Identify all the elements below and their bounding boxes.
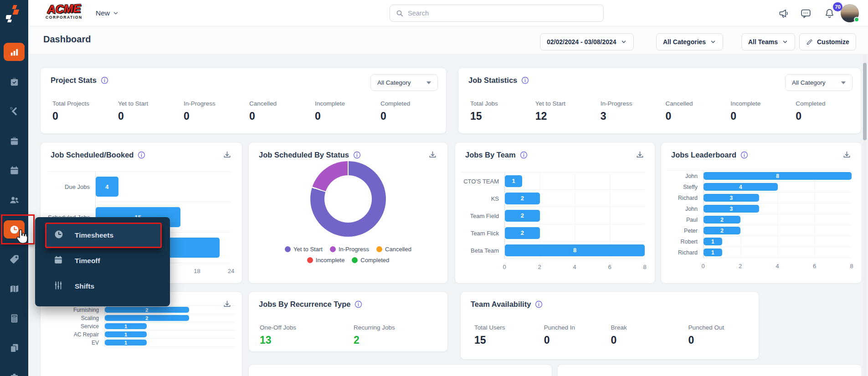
sidebar-item-map[interactable] [4, 279, 25, 298]
axis-tick-label: 0 [701, 263, 704, 269]
partial-icon [9, 372, 20, 376]
card-title: Jobs By Team [465, 151, 516, 159]
sidebar-item-estimates[interactable] [4, 309, 25, 327]
stat-punched-in: Punched In0 [544, 324, 611, 346]
app-logo[interactable] [0, 0, 28, 26]
acme-logo[interactable]: ACME CORPORATION [46, 3, 82, 20]
date-range-value: 02/02/2024 - 03/08/2024 [547, 38, 616, 46]
bar-value: 1 [124, 324, 127, 329]
stat-yet-to-start: Yet to Start12 [535, 100, 601, 122]
flyout-item-timeoff[interactable]: Timeoff [35, 248, 170, 274]
info-icon[interactable] [520, 151, 528, 159]
bar-track: 2 [104, 314, 235, 322]
sidebar-item-dashboard[interactable] [4, 43, 25, 61]
card-title: Team Availability [471, 300, 531, 309]
stat-label: Break [611, 324, 688, 331]
stat-yet-to-start: Yet to Start0 [118, 100, 184, 122]
info-icon[interactable] [354, 300, 362, 308]
stat-value: 0 [688, 334, 759, 346]
download-chart-button[interactable] [841, 150, 853, 162]
axis-tick-label: 0 [503, 264, 506, 270]
bar: 2 [704, 216, 740, 224]
bar-row-richard: Richard3 [667, 193, 852, 203]
bar-track: 1 [703, 247, 852, 258]
project-stats-category-select[interactable]: All Category [370, 74, 438, 91]
legend-item-cancelled[interactable]: Cancelled [376, 246, 411, 253]
briefcase-icon [9, 136, 20, 146]
bar-value: 1 [711, 249, 714, 256]
axis-tick-label: 6 [813, 263, 816, 269]
bar: 1 [105, 340, 147, 346]
legend-item-yet-to-start[interactable]: Yet to Start [285, 246, 323, 253]
bar-category-label: Due Jobs [48, 183, 95, 190]
time-tracking-flyout-menu: TimesheetsTimeoffShifts [35, 217, 170, 306]
x-axis: 02468 [504, 262, 645, 273]
flyout-item-label: Timesheets [75, 231, 113, 239]
legend-item-incomplete[interactable]: Incomplete [307, 257, 345, 264]
sidebar-item-documents[interactable] [4, 339, 25, 357]
sidebar-item-projects[interactable] [4, 72, 25, 91]
bar-row-paul: Paul2 [667, 214, 852, 225]
bar-row-ac-repair: AC Repair1 [46, 330, 235, 339]
sidebar-item-time-tracking[interactable] [4, 220, 25, 239]
info-icon[interactable] [353, 151, 361, 159]
axis-tick-label: 8 [643, 264, 646, 270]
bar-row-service: Service1 [46, 322, 235, 330]
status-donut-chart [310, 161, 386, 237]
partial-card [557, 364, 862, 376]
project-stats-card: Project Stats All Category Total Project… [40, 67, 447, 134]
stat-punched-out: Punched Out0 [688, 324, 759, 346]
bar: 8 [704, 172, 852, 180]
info-icon[interactable] [740, 151, 748, 159]
categories-filter[interactable]: All Categories [656, 33, 723, 51]
notifications-button[interactable]: 70 [820, 4, 838, 22]
search-input[interactable] [408, 10, 603, 17]
sidebar-item-teams[interactable] [4, 191, 25, 209]
stat-recurring-jobs: Recurring Jobs2 [354, 324, 447, 346]
sidebar-item-schedule[interactable] [4, 161, 25, 179]
page-title: Dashboard [43, 34, 91, 45]
bar-value: 2 [145, 315, 148, 321]
sidebar-item-more[interactable] [4, 368, 25, 376]
bar-value: 3 [730, 195, 733, 201]
sidebar-item-tags[interactable] [4, 250, 25, 268]
stat-label: Completed [796, 100, 861, 107]
download-chart-button[interactable] [634, 150, 646, 162]
customize-button[interactable]: Customize [799, 33, 856, 51]
sidebar-item-jobs[interactable] [4, 132, 25, 150]
legend-label: Cancelled [385, 246, 411, 253]
date-range-filter[interactable]: 02/02/2024 - 03/08/2024 [540, 33, 634, 51]
download-chart-button[interactable] [221, 150, 233, 162]
bar-track: 1 [104, 339, 235, 347]
flyout-item-timesheets[interactable]: Timesheets [46, 224, 160, 247]
announcements-button[interactable] [775, 4, 793, 22]
info-icon[interactable] [101, 76, 108, 84]
legend-dot [352, 257, 358, 263]
legend-item-in-progress[interactable]: In-Progress [330, 246, 369, 253]
x-axis: 02468 [703, 261, 852, 272]
bar-category-label: Beta Team [461, 247, 504, 254]
stat-value: 0 [544, 334, 611, 346]
legend-item-completed[interactable]: Completed [352, 257, 389, 264]
topbar: ACME CORPORATION New [28, 0, 868, 26]
legend-label: In-Progress [339, 246, 369, 253]
bar-value: 2 [521, 195, 524, 202]
download-chart-button[interactable] [426, 150, 438, 162]
flyout-item-shifts[interactable]: Shifts [35, 274, 170, 299]
new-menu-button[interactable]: New [96, 6, 119, 20]
info-icon[interactable] [138, 151, 145, 159]
sidebar-item-tools[interactable] [4, 102, 25, 120]
avatar[interactable] [841, 4, 859, 22]
card-title: Jobs Leaderboard [671, 151, 736, 159]
axis-tick-label: 24 [228, 268, 234, 274]
info-icon[interactable] [535, 300, 543, 308]
jobs-leaderboard-card: Jobs Leaderboard John8Steffy4Richard3Joh… [661, 142, 862, 284]
scrollbar-thumb[interactable] [863, 63, 867, 140]
teams-filter[interactable]: All Teams [741, 33, 795, 51]
stat-label: Punched In [544, 324, 611, 331]
info-icon[interactable] [521, 76, 529, 84]
messages-button[interactable] [796, 4, 815, 22]
bar-category-label: Scaling [46, 315, 104, 321]
calculator-icon [9, 313, 20, 324]
job-statistics-category-select[interactable]: All Category [785, 74, 853, 91]
